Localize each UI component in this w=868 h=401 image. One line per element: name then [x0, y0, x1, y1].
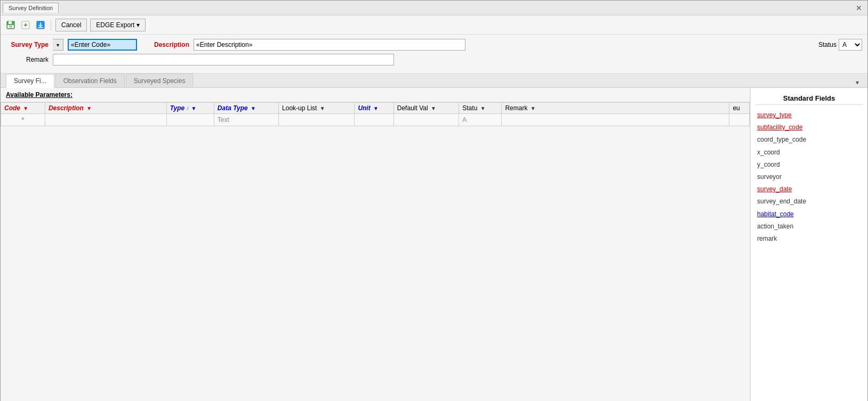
col-header-status[interactable]: Statu ▼ — [459, 103, 502, 114]
standard-fields-title: Standard Fields — [755, 92, 863, 105]
new-row-type — [166, 114, 214, 126]
description-label: Description — [152, 41, 189, 48]
title-tab: Survey Definition — [3, 3, 59, 13]
field-item-coord-type-code[interactable]: coord_type_code — [755, 134, 863, 146]
remark-row: Remark — [6, 54, 862, 66]
defaultval-filter-icon[interactable]: ▼ — [431, 105, 436, 111]
table-area: Available Parameters: Code ▼ Description… — [1, 88, 750, 401]
type-filter-icon[interactable]: ▼ — [191, 105, 196, 111]
table-row: * Text A — [1, 114, 750, 126]
toolbar: Cancel EDGE Export ▾ — [1, 15, 867, 35]
col-header-lookup[interactable]: Look-up List ▼ — [279, 103, 355, 114]
tab-survey-fi[interactable]: Survey Fi... — [6, 74, 54, 88]
section-header: Available Parameters: — [1, 88, 750, 102]
survey-type-row: Survey Type ▾ Description Status A I — [6, 39, 862, 51]
survey-type-input[interactable] — [68, 39, 137, 51]
table-header-row: Code ▼ Description ▼ Type / ▼ — [1, 103, 750, 114]
status-row: Status A I — [805, 39, 862, 51]
tab-dropdown-btn[interactable]: ▾ — [853, 78, 862, 87]
col-header-datatype[interactable]: Data Type ▼ — [214, 103, 278, 114]
tab-surveyed-species[interactable]: Surveyed Species — [126, 73, 194, 87]
save-icon[interactable] — [5, 19, 17, 31]
new-row-status: A — [459, 114, 502, 126]
col-header-remark[interactable]: Remark ▼ — [502, 103, 729, 114]
close-button[interactable]: ✕ — [853, 3, 865, 13]
new-row-eu — [729, 114, 750, 126]
tabs-container: Survey Fi... Observation Fields Surveyed… — [1, 73, 867, 88]
new-row-unit — [355, 114, 393, 126]
col-header-unit[interactable]: Unit ▼ — [355, 103, 393, 114]
desc-filter-icon[interactable]: ▼ — [86, 105, 92, 111]
col-header-type[interactable]: Type / ▼ — [166, 103, 214, 114]
parameters-table: Code ▼ Description ▼ Type / ▼ — [1, 102, 750, 126]
lookup-filter-icon[interactable]: ▼ — [320, 105, 325, 111]
new-row-lookup — [279, 114, 355, 126]
new-icon[interactable] — [20, 19, 31, 31]
svg-rect-1 — [9, 21, 12, 24]
cancel-button[interactable]: Cancel — [55, 19, 87, 31]
datatype-filter-icon[interactable]: ▼ — [251, 105, 256, 111]
col-header-description[interactable]: Description ▼ — [45, 103, 166, 114]
status-select[interactable]: A I — [839, 39, 862, 51]
field-item-y-coord[interactable]: y_coord — [755, 159, 863, 171]
field-item-survey-end-date[interactable]: survey_end_date — [755, 195, 863, 208]
field-item-surveyor[interactable]: surveyor — [755, 171, 863, 183]
survey-type-dropdown: ▾ — [53, 39, 63, 51]
remark-label: Remark — [6, 56, 49, 63]
field-item-action-taken[interactable]: action_taken — [755, 220, 863, 233]
field-item-survey-date[interactable]: survey_date — [755, 183, 863, 195]
new-row-remark — [502, 114, 729, 126]
unit-filter-icon[interactable]: ▼ — [373, 105, 379, 111]
new-row-datatype: Text — [214, 114, 278, 126]
right-panel: Standard Fields survey_type subfacility_… — [750, 88, 867, 401]
new-row-description — [45, 114, 166, 126]
export-icon[interactable] — [35, 19, 46, 31]
field-item-habitat-code[interactable]: habitat_code — [755, 208, 863, 220]
survey-type-label: Survey Type — [6, 41, 49, 48]
field-item-x-coord[interactable]: x_coord — [755, 146, 863, 159]
col-header-eu[interactable]: eu — [729, 103, 750, 114]
field-item-subfacility-code[interactable]: subfacility_code — [755, 121, 863, 134]
status-filter-icon[interactable]: ▼ — [480, 105, 486, 111]
title-bar: Survey Definition ✕ — [1, 1, 867, 15]
status-label: Status — [805, 41, 837, 48]
col-header-defaultval[interactable]: Default Val ▼ — [393, 103, 459, 114]
col-header-code[interactable]: Code ▼ — [1, 103, 45, 114]
remark-filter-icon[interactable]: ▼ — [531, 105, 536, 111]
tab-observation-fields[interactable]: Observation Fields — [55, 73, 125, 87]
edge-export-button[interactable]: EDGE Export ▾ — [90, 19, 146, 31]
remark-input[interactable] — [53, 54, 394, 66]
svg-rect-3 — [9, 26, 12, 28]
toolbar-separator — [51, 20, 51, 30]
description-input[interactable] — [194, 39, 465, 51]
main-content: Available Parameters: Code ▼ Description… — [1, 88, 867, 401]
field-item-survey-type[interactable]: survey_type — [755, 109, 863, 121]
new-row-defaultval — [393, 114, 459, 126]
form-area: Survey Type ▾ Description Status A I Rem… — [1, 35, 867, 73]
field-item-remark[interactable]: remark — [755, 233, 863, 245]
new-row-star: * — [1, 114, 45, 126]
survey-type-dropdown-btn[interactable]: ▾ — [53, 39, 63, 51]
code-filter-icon[interactable]: ▼ — [23, 105, 28, 111]
survey-definition-window: Survey Definition ✕ Canc — [0, 0, 868, 401]
standard-fields-list: survey_type subfacility_code coord_type_… — [755, 109, 863, 245]
